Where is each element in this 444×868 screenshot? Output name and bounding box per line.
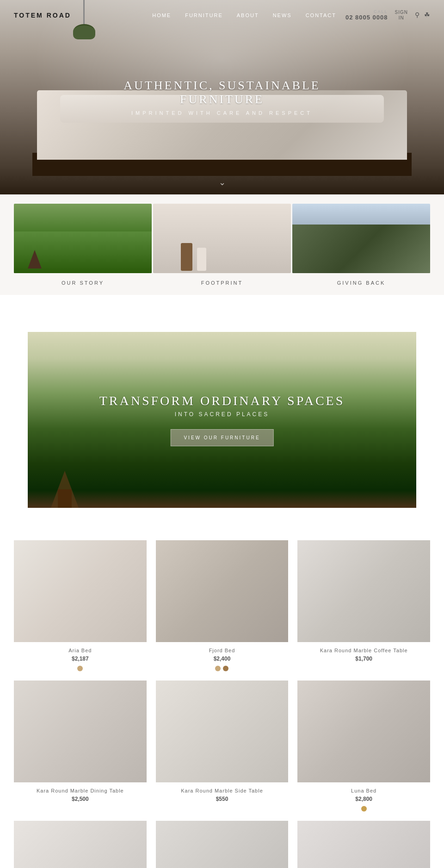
product-price-fjord-bed: $2,400 <box>214 656 231 662</box>
call-number[interactable]: 02 8005 0008 <box>345 14 388 21</box>
product-name-side-table: Kara Round Marble Side Table <box>181 788 263 793</box>
hero-text: AUTHENTIC, SUSTAINABLE FURNITURE IMPRINT… <box>111 79 333 116</box>
product-price-dining-table: $2,500 <box>72 796 89 802</box>
product-swatches-fjord-bed <box>215 666 228 671</box>
bed-base <box>46 160 398 176</box>
panel-forest-image <box>14 204 152 273</box>
product-name-dining-table: Kara Round Marble Dining Table <box>37 788 124 793</box>
header: TOTEM ROAD HOME FURNITURE ABOUT NEWS CON… <box>0 0 444 30</box>
product-image-luna-bed <box>297 681 430 782</box>
panel-candles-image <box>153 204 291 273</box>
product-card-luxa-mirror[interactable]: Luxa Mirror $1,900 <box>297 821 430 868</box>
banner-wrapper: TRANSFORM ORDINARY SPACES INTO SACRED PL… <box>0 332 444 508</box>
product-image-console-table <box>156 821 289 868</box>
product-image-luxa-bench <box>14 821 147 868</box>
products-section: Aria Bed $2,187 Fjord Bed $2,400 Kara Ro… <box>0 522 444 868</box>
products-grid: Aria Bed $2,187 Fjord Bed $2,400 Kara Ro… <box>14 540 430 868</box>
product-swatches-aria-bed <box>77 666 83 671</box>
banner-text: TRANSFORM ORDINARY SPACES INTO SACRED PL… <box>99 393 345 446</box>
call-label: CALL <box>374 9 388 14</box>
product-card-side-table[interactable]: Kara Round Marble Side Table $550 <box>156 681 289 812</box>
product-price-side-table: $550 <box>216 796 228 802</box>
nav-news[interactable]: NEWS <box>273 12 292 18</box>
product-image-coffee-table <box>297 540 430 642</box>
cart-icon[interactable]: ☘ <box>424 11 430 19</box>
nav-home[interactable]: HOME <box>152 12 171 18</box>
panel-giving-back[interactable]: GIVING BACK <box>292 204 430 286</box>
hero-title: AUTHENTIC, SUSTAINABLE FURNITURE <box>111 79 333 106</box>
nav-icons: ⚲ ☘ <box>415 11 430 19</box>
spacer-2 <box>0 508 444 522</box>
product-price-coffee-table: $1,700 <box>355 656 372 662</box>
product-card-fjord-bed[interactable]: Fjord Bed $2,400 <box>156 540 289 671</box>
cabin-body <box>58 489 72 508</box>
panel-footprint-label: FOOTPRINT <box>201 280 243 286</box>
product-image-dining-table <box>14 681 147 782</box>
spacer-1 <box>0 295 444 332</box>
banner-section: TRANSFORM ORDINARY SPACES INTO SACRED PL… <box>28 332 416 508</box>
panel-giving-back-label: GIVING BACK <box>337 280 386 286</box>
nav-about[interactable]: ABOUT <box>237 12 259 18</box>
product-image-luxa-mirror <box>297 821 430 868</box>
panel-our-story-label: OUR STORY <box>62 280 104 286</box>
banner-title: TRANSFORM ORDINARY SPACES <box>99 393 345 408</box>
panel-mountains-image <box>292 204 430 273</box>
swatch-tan[interactable] <box>77 666 83 671</box>
product-name-coffee-table: Kara Round Marble Coffee Table <box>320 648 408 653</box>
nav-furniture[interactable]: FURNITURE <box>185 12 223 18</box>
product-name-fjord-bed: Fjord Bed <box>209 648 235 653</box>
panel-footprint[interactable]: FOOTPRINT <box>153 204 291 286</box>
product-card-luna-bed[interactable]: Luna Bed $2,800 <box>297 681 430 812</box>
product-name-aria-bed: Aria Bed <box>68 648 92 653</box>
site-logo[interactable]: TOTEM ROAD <box>14 12 71 19</box>
product-card-console-table[interactable]: Luxa Console Table $1,500 <box>156 821 289 868</box>
product-swatches-luna-bed <box>361 806 367 812</box>
panels-section: OUR STORY FOOTPRINT GIVING BACK <box>0 194 444 295</box>
panel-our-story[interactable]: OUR STORY <box>14 204 152 286</box>
banner-subtitle: INTO SACRED PLACES <box>99 411 345 418</box>
swatch-bronze[interactable] <box>223 666 228 671</box>
hero-subtitle: IMPRINTED WITH CARE AND RESPECT <box>111 110 333 116</box>
product-card-aria-bed[interactable]: Aria Bed $2,187 <box>14 540 147 671</box>
product-card-luxa-bench[interactable]: Luxa Bench $1,450 <box>14 821 147 868</box>
main-nav: HOME FURNITURE ABOUT NEWS CONTACT <box>152 12 336 18</box>
product-image-side-table <box>156 681 289 782</box>
search-icon[interactable]: ⚲ <box>415 11 419 19</box>
sign-in-button[interactable]: SIGN IN <box>395 10 408 21</box>
swatch-tan[interactable] <box>215 666 221 671</box>
product-card-dining-table[interactable]: Kara Round Marble Dining Table $2,500 <box>14 681 147 812</box>
product-name-luna-bed: Luna Bed <box>351 788 376 793</box>
product-image-aria-bed <box>14 540 147 642</box>
view-furniture-button[interactable]: VIEW OUR FURNITURE <box>170 429 273 446</box>
swatch-gold[interactable] <box>361 806 367 812</box>
nav-contact[interactable]: CONTACT <box>306 12 336 18</box>
call-section: CALL 02 8005 0008 <box>345 9 388 21</box>
product-image-fjord-bed <box>156 540 289 642</box>
product-card-coffee-table[interactable]: Kara Round Marble Coffee Table $1,700 <box>297 540 430 671</box>
product-price-luna-bed: $2,800 <box>355 796 372 802</box>
product-price-aria-bed: $2,187 <box>72 656 89 662</box>
scroll-indicator[interactable]: ⌄ <box>219 177 226 187</box>
